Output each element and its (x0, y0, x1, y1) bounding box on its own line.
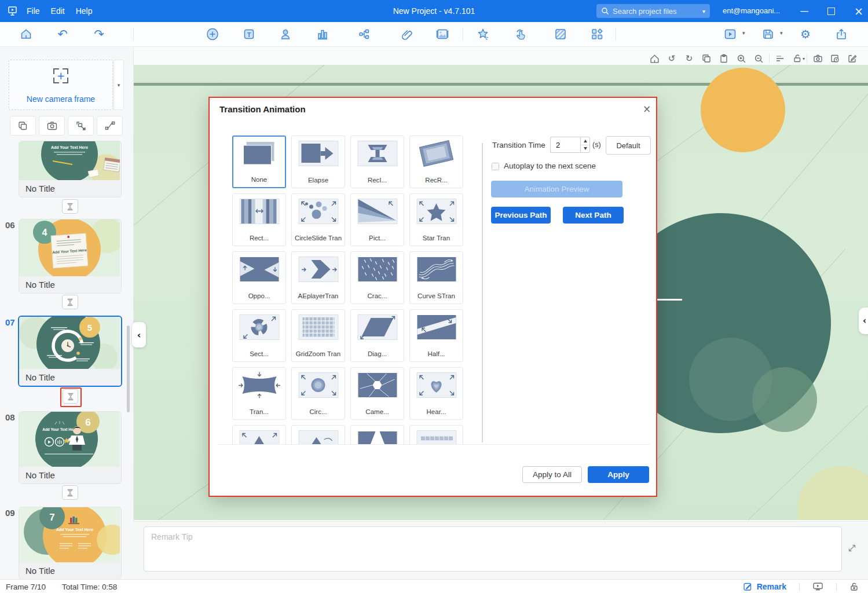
transition-option[interactable]: Diag... (350, 309, 404, 362)
autoplay-label[interactable]: Autoplay to the next scene (504, 162, 596, 170)
maximize-button[interactable] (821, 0, 841, 22)
transition-hourglass-button[interactable] (62, 295, 78, 309)
apply-button[interactable]: Apply (588, 466, 649, 483)
flow-tool-button[interactable] (356, 26, 372, 42)
transition-option-none[interactable]: None (232, 136, 286, 188)
sidebar-collapse-tab[interactable]: ‹ (132, 322, 146, 347)
link-tool-button[interactable] (398, 26, 415, 42)
slide-thumbnail[interactable]: 4 Add Your Text Here (19, 219, 121, 276)
snapshot-button[interactable] (809, 52, 826, 65)
unlock-caret-icon[interactable]: ▾ (803, 56, 805, 61)
character-tool-button[interactable] (277, 26, 294, 42)
redo-button[interactable]: ↷ (91, 26, 107, 42)
rotate-right-button[interactable]: ↻ (680, 52, 698, 65)
slide-thumbnail[interactable]: 6 Add Your Text Here (19, 412, 121, 467)
slide-thumbnail[interactable]: 7 Add Your Text Here (19, 507, 121, 562)
play-preview-button[interactable] (722, 26, 738, 42)
transition-hourglass-button[interactable] (62, 199, 78, 214)
rotate-left-button[interactable]: ↺ (663, 52, 680, 65)
search-input[interactable]: Search project files ▾ (596, 4, 710, 18)
camera-tool-button[interactable] (39, 116, 65, 136)
search-caret-icon[interactable]: ▾ (702, 8, 705, 14)
transition-option[interactable]: RecI... (350, 136, 404, 188)
transition-option-partial[interactable] (350, 425, 404, 444)
scale-tool-button[interactable] (68, 116, 94, 136)
transition-hourglass-button[interactable] (62, 485, 78, 500)
transition-time-input[interactable] (550, 137, 580, 153)
minimize-button[interactable]: — (794, 0, 815, 22)
transition-option[interactable]: Crac... (350, 251, 404, 304)
presentation-mode-button[interactable] (812, 582, 823, 591)
default-button[interactable]: Default (606, 136, 651, 155)
close-button[interactable]: × (848, 0, 868, 22)
home-button[interactable] (18, 26, 34, 42)
transition-option[interactable]: Oppo... (232, 251, 286, 304)
add-scene-button[interactable] (204, 26, 221, 42)
transition-option-partial[interactable] (232, 425, 286, 444)
effects-tool-button[interactable] (475, 26, 491, 42)
zoom-in-button[interactable] (733, 52, 750, 65)
save-caret-icon[interactable]: ▾ (780, 30, 783, 36)
scene-item[interactable]: 6 Add Your Text Here No Title (19, 411, 122, 484)
export-button[interactable] (833, 26, 849, 42)
scene-item-selected[interactable]: 5 No Title (18, 316, 122, 387)
transition-option[interactable]: GridZoom Tran (291, 309, 345, 362)
sidebar-scrollbar[interactable] (127, 325, 130, 412)
camera-frame-caret-button[interactable]: ▾ (113, 60, 124, 110)
next-path-button[interactable]: Next Path (563, 207, 624, 224)
lock-button[interactable] (849, 582, 859, 591)
slide-thumbnail[interactable]: 5 (19, 317, 121, 369)
menu-help[interactable]: Help (76, 6, 104, 16)
transition-option-partial[interactable] (409, 425, 463, 444)
scene-item[interactable]: Add Your Text Here No Title (19, 141, 122, 197)
zoom-out-button[interactable] (750, 52, 767, 65)
background-tool-button[interactable] (552, 26, 569, 42)
menu-edit[interactable]: Edit (51, 6, 76, 16)
transition-option[interactable]: Elapse (291, 136, 345, 188)
text-tool-button[interactable]: T (241, 26, 257, 42)
account-label[interactable]: ent@mangoani... (723, 6, 780, 15)
transition-option[interactable]: Hear... (409, 367, 463, 420)
image-tool-button[interactable] (434, 26, 451, 42)
remark-toggle-button[interactable]: Remark (743, 582, 786, 591)
play-caret-icon[interactable]: ▾ (742, 30, 745, 36)
transition-option[interactable]: Came... (350, 367, 404, 420)
expand-remark-icon[interactable] (848, 544, 856, 555)
transition-option[interactable]: Pict... (350, 193, 404, 246)
transition-option[interactable]: Circ... (291, 367, 345, 420)
animation-preview-button[interactable]: Animation Preview (491, 181, 622, 197)
transition-option[interactable]: CircleSlide Tran (291, 193, 345, 246)
undo-button[interactable]: ↶ (54, 26, 71, 42)
previous-path-button[interactable]: Previous Path (491, 207, 551, 224)
autoplay-checkbox[interactable] (492, 163, 499, 170)
transition-option[interactable]: Tran... (232, 367, 286, 420)
transition-option[interactable]: Star Tran (409, 193, 463, 246)
history-button[interactable] (826, 52, 844, 65)
transition-option[interactable]: Curve STran (409, 251, 463, 304)
scene-item[interactable]: 7 Add Your Text Here No Title (19, 507, 122, 579)
transition-option[interactable]: RecR... (409, 136, 463, 188)
duplicate-tool-button[interactable] (10, 116, 36, 136)
scene-item[interactable]: 4 Add Your Text Here No Title (19, 219, 122, 294)
align-button[interactable] (771, 52, 789, 65)
transition-option[interactable]: Sect... (232, 309, 286, 362)
path-tool-button[interactable] (97, 116, 123, 136)
spinner-up-button[interactable] (581, 137, 589, 145)
transition-option-partial[interactable] (291, 425, 345, 444)
apply-to-all-button[interactable]: Apply to All (522, 466, 582, 483)
interaction-tool-button[interactable] (512, 26, 529, 42)
menu-file[interactable]: File (27, 6, 51, 16)
transition-option[interactable]: Half... (409, 309, 463, 362)
edit-note-button[interactable] (844, 52, 861, 65)
transition-option[interactable]: AEplayerTran (291, 251, 345, 304)
paste-button[interactable] (715, 52, 733, 65)
copy-button[interactable] (698, 52, 715, 65)
canvas-home-button[interactable] (646, 52, 663, 65)
settings-gear-button[interactable]: ⚙ (797, 26, 814, 42)
remark-input[interactable] (144, 526, 842, 572)
dialog-close-button[interactable]: × (639, 101, 654, 116)
slide-thumbnail[interactable]: Add Your Text Here (19, 141, 121, 180)
transition-option[interactable]: Rect... (232, 193, 286, 246)
chart-tool-button[interactable] (314, 26, 331, 42)
save-button[interactable] (760, 26, 776, 42)
